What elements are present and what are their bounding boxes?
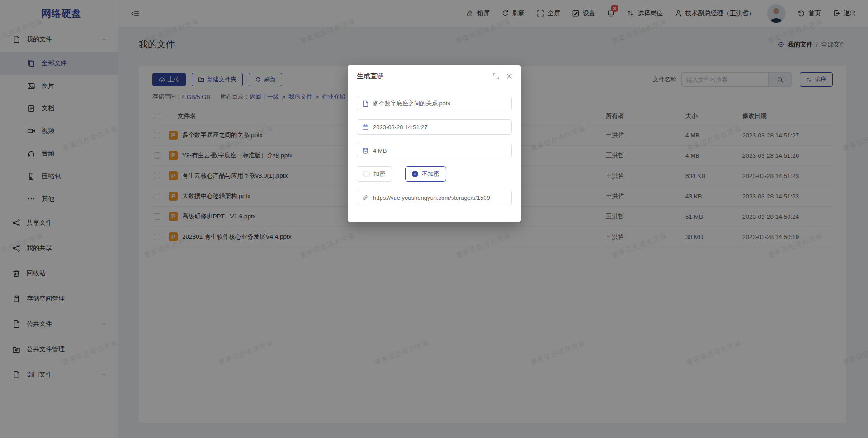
file-name-field[interactable]: 多个数字底座之间的关系.pptx xyxy=(357,96,512,111)
close-icon[interactable] xyxy=(506,73,513,80)
radio-unselected-icon xyxy=(363,171,370,177)
calendar-icon xyxy=(362,124,369,131)
encrypt-radio[interactable]: 加密 xyxy=(357,166,392,182)
database-icon xyxy=(362,147,369,154)
modified-date-field[interactable]: 2023-03-28 14:51:27 xyxy=(357,119,512,135)
direct-link-value: https://vue.youshengyun.com/storage/s/15… xyxy=(373,194,490,201)
radio-selected-icon xyxy=(412,171,418,177)
encrypt-radio-group: 加密 不加密 xyxy=(357,166,512,182)
encrypt-radio-label: 加密 xyxy=(373,170,385,178)
no-encrypt-radio[interactable]: 不加密 xyxy=(405,166,446,182)
modified-date-value: 2023-03-28 14:51:27 xyxy=(373,124,428,131)
direct-link-field[interactable]: https://vue.youshengyun.com/storage/s/15… xyxy=(357,190,512,205)
modal-header: 生成直链 xyxy=(348,65,521,88)
modal-header-icons xyxy=(493,73,513,80)
file-size-field[interactable]: 4 MB xyxy=(357,143,512,158)
expand-icon[interactable] xyxy=(493,73,500,80)
paperclip-link-icon xyxy=(362,194,369,201)
file-size-value: 4 MB xyxy=(373,147,387,154)
generate-link-modal: 生成直链 多个数字底座之间的关系.pptx 2023-03-28 14:51:2… xyxy=(348,65,521,222)
document-icon xyxy=(362,100,369,107)
file-name-value: 多个数字底座之间的关系.pptx xyxy=(373,99,450,108)
no-encrypt-radio-label: 不加密 xyxy=(422,170,439,178)
modal-title: 生成直链 xyxy=(357,72,384,80)
modal-body: 多个数字底座之间的关系.pptx 2023-03-28 14:51:27 4 M… xyxy=(348,88,521,213)
